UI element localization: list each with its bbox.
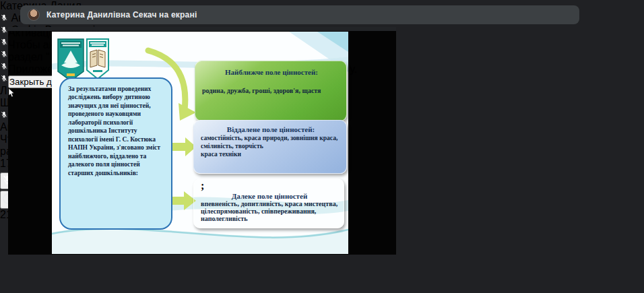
mic-muted-icon xyxy=(0,109,8,121)
far-values-body: впевненість, допитливість, краса мистецт… xyxy=(201,200,338,222)
distant-values-body: самостійність, краса природи, зовнішня к… xyxy=(201,134,341,158)
near-values-title: Найближче поле цінностей: xyxy=(202,68,341,76)
presenter-avatar xyxy=(28,9,40,21)
institute-logo xyxy=(86,38,109,80)
presenting-banner: Катерина Данилівна Секач на екрані xyxy=(20,5,579,24)
slide-box-distant-values: Віддалене поле цінностей: самостійність,… xyxy=(193,120,347,174)
mouse-cursor xyxy=(8,88,15,98)
mic-muted-icon xyxy=(0,36,8,48)
presentation-slide: За результатами проведених досліджень ви… xyxy=(52,32,348,254)
mic-muted-icon xyxy=(0,61,8,72)
mic-muted-icon xyxy=(0,24,8,36)
far-values-title: Далеке поле цінностей xyxy=(201,192,338,200)
overflow-avatar-1: Л xyxy=(0,85,7,96)
distant-values-title: Віддалене поле цінностей: xyxy=(201,125,341,133)
share-top-strip xyxy=(8,27,396,31)
far-values-prefix: ; xyxy=(201,180,338,192)
mic-muted-icon xyxy=(0,73,8,84)
slide-intro-textbox: За результатами проведених досліджень ви… xyxy=(59,77,172,230)
university-logo xyxy=(57,38,84,82)
mic-muted-icon xyxy=(0,48,8,60)
slide-box-near-values: Найближче поле цінностей: родина, дружба… xyxy=(195,61,347,121)
near-values-body: родина, дружба, гроші, здоров'я, щастя xyxy=(202,87,341,94)
presenting-banner-label: Катерина Данилівна Секач на екрані xyxy=(46,10,197,20)
screen-share-region: За результатами проведених досліджень ви… xyxy=(8,27,396,255)
mic-muted-icon xyxy=(0,12,8,24)
slide-box-far-values: ; Далеке поле цінностей впевненість, доп… xyxy=(193,178,344,228)
